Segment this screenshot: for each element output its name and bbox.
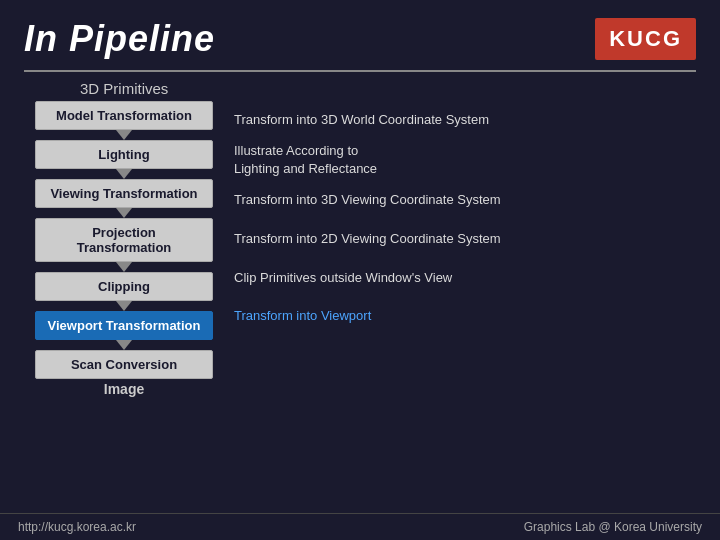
desc-row-model: Transform into 3D World Coordinate Syste… [234, 101, 700, 139]
primitives-label: 3D Primitives [80, 80, 720, 97]
box-model-transformation: Model Transformation [35, 101, 213, 130]
desc-viewport: Transform into Viewport [234, 307, 371, 325]
arrow-6 [116, 340, 132, 350]
desc-viewing: Transform into 3D Viewing Coordinate Sys… [234, 191, 501, 209]
footer: http://kucg.korea.ac.kr Graphics Lab @ K… [0, 513, 720, 540]
pipeline-item-model: Model Transformation [24, 101, 224, 140]
desc-row-projection: Transform into 2D Viewing Coordinate Sys… [234, 219, 700, 259]
box-viewport-transformation: Viewport Transformation [35, 311, 213, 340]
desc-row-viewing: Transform into 3D Viewing Coordinate Sys… [234, 181, 700, 219]
pipeline-item-viewport: Viewport Transformation [24, 311, 224, 350]
slide: In Pipeline KUCG 3D Primitives Model Tra… [0, 0, 720, 540]
box-scan-conversion: Scan Conversion [35, 350, 213, 379]
box-lighting: Lighting [35, 140, 213, 169]
box-viewing-transformation: Viewing Transformation [35, 179, 213, 208]
header-divider [24, 70, 696, 72]
desc-lighting: Illustrate According toLighting and Refl… [234, 142, 377, 178]
desc-clipping: Clip Primitives outside Window's View [234, 269, 452, 287]
desc-row-viewport: Transform into Viewport [234, 297, 700, 335]
pipeline-item-clipping: Clipping [24, 272, 224, 311]
kucg-logo: KUCG [595, 18, 696, 60]
desc-row-clipping: Clip Primitives outside Window's View [234, 259, 700, 297]
pipeline-item-scan: Scan Conversion [24, 350, 224, 379]
footer-credit: Graphics Lab @ Korea University [524, 520, 702, 534]
box-projection-transformation: Projection Transformation [35, 218, 213, 262]
main-content: Model Transformation Lighting Viewing Tr… [0, 101, 720, 397]
arrow-2 [116, 169, 132, 179]
pipeline-column: Model Transformation Lighting Viewing Tr… [24, 101, 224, 397]
slide-title: In Pipeline [24, 18, 215, 60]
desc-projection: Transform into 2D Viewing Coordinate Sys… [234, 230, 501, 248]
desc-model: Transform into 3D World Coordinate Syste… [234, 111, 489, 129]
arrow-1 [116, 130, 132, 140]
box-clipping: Clipping [35, 272, 213, 301]
image-label: Image [104, 381, 144, 397]
footer-url: http://kucg.korea.ac.kr [18, 520, 136, 534]
arrow-4 [116, 262, 132, 272]
desc-row-lighting: Illustrate According toLighting and Refl… [234, 139, 700, 181]
arrow-3 [116, 208, 132, 218]
header: In Pipeline KUCG [0, 0, 720, 70]
pipeline-item-projection: Projection Transformation [24, 218, 224, 272]
pipeline-item-viewing: Viewing Transformation [24, 179, 224, 218]
pipeline-item-lighting: Lighting [24, 140, 224, 179]
desc-row-scan [234, 335, 700, 371]
descriptions-column: Transform into 3D World Coordinate Syste… [234, 101, 700, 397]
arrow-5 [116, 301, 132, 311]
